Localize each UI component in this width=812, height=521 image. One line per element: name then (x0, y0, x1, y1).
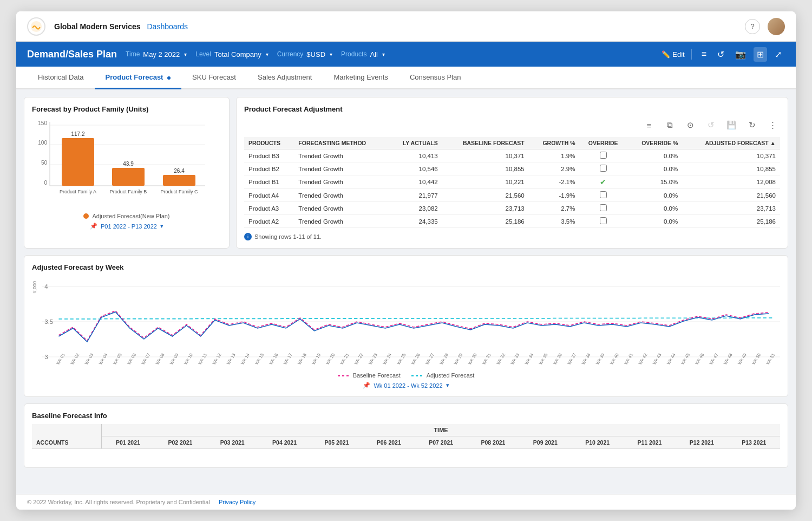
tab-product-forecast[interactable]: Product Forecast (95, 67, 182, 89)
forecast-panel-toolbar: ≡ ⧉ ⊙ ↺ 💾 ↻ ⋮ (244, 118, 780, 133)
time-period-header: P05 2021 (311, 437, 363, 449)
bar-product-family-b[interactable] (112, 168, 145, 186)
bar-product-family-c[interactable] (163, 175, 195, 186)
cell-override[interactable]: ✔ (579, 175, 626, 189)
cell-ly-actuals: 24,335 (388, 215, 442, 228)
undo-toolbar-icon[interactable]: ↺ (703, 118, 718, 133)
expand-icon-btn[interactable]: ⤢ (771, 47, 785, 62)
cell-override[interactable] (579, 228, 626, 230)
svg-text:Wk 06: Wk 06 (126, 353, 137, 366)
dashboards-link[interactable]: Dashboards (147, 22, 188, 31)
svg-text:50: 50 (41, 160, 48, 166)
override-checkbox[interactable] (600, 217, 607, 224)
baseline-empty-row (32, 449, 780, 460)
override-checkbox[interactable] (600, 191, 607, 198)
cell-product: Product A4 (244, 189, 294, 202)
cell-product: Product A1 (244, 228, 294, 230)
bar-chart-panel: Forecast by Product Family (Units) 150 1… (24, 97, 230, 249)
cell-override[interactable] (579, 162, 626, 175)
svg-text:Product Family A: Product Family A (60, 189, 96, 194)
cell-method: Trended Growth (294, 228, 388, 230)
user-avatar[interactable] (768, 18, 785, 35)
svg-text:100: 100 (38, 140, 47, 146)
tab-historical-data[interactable]: Historical Data (27, 67, 95, 89)
col-adjusted: ADJUSTED FORECAST ▲ (682, 137, 780, 149)
more-toolbar-icon[interactable]: ⋮ (765, 118, 780, 133)
svg-text:Wk 13: Wk 13 (226, 353, 237, 366)
bar-chart-time-range[interactable]: 📌 P01 2022 - P13 2022 ▾ (32, 223, 221, 230)
currency-chevron-icon: ▾ (330, 51, 332, 57)
cell-override[interactable] (579, 149, 626, 162)
svg-text:Wk 34: Wk 34 (524, 353, 535, 366)
bar-chart-title: Forecast by Product Family (Units) (32, 105, 221, 113)
time-period-header: P08 2021 (467, 437, 519, 449)
col-method: FORECASTING METHOD (294, 137, 388, 149)
svg-text:Wk 24: Wk 24 (382, 353, 393, 366)
time-label: Time (126, 50, 140, 58)
grid-icon-btn[interactable]: ⊞ (754, 47, 767, 62)
copy-toolbar-icon[interactable]: ⧉ (662, 118, 677, 133)
tab-marketing-events[interactable]: Marketing Events (323, 67, 398, 89)
line-chart-time-range[interactable]: 📌 Wk 01 2022 - Wk 52 2022 ▾ (32, 382, 780, 389)
svg-text:Wk 49: Wk 49 (737, 353, 748, 366)
currency-filter[interactable]: Currency $USD ▾ (277, 50, 332, 58)
svg-text:Wk 46: Wk 46 (695, 353, 705, 366)
time-period-header: P06 2021 (363, 437, 415, 449)
line-time-range-value: Wk 01 2022 - Wk 52 2022 (374, 382, 442, 389)
cell-method: Trended Growth (294, 175, 388, 189)
svg-text:Wk 01: Wk 01 (55, 353, 66, 366)
cell-override-pct: 0.0% (627, 215, 682, 228)
svg-text:Wk 19: Wk 19 (311, 353, 322, 366)
help-icon[interactable]: ? (745, 19, 760, 34)
cell-adjusted: 10,371 (682, 149, 780, 162)
cell-override[interactable] (579, 202, 626, 215)
time-period-header: P13 2021 (728, 437, 781, 449)
products-value: All (370, 50, 377, 58)
bar-legend-label: Adjusted Forecast(New Plan) (92, 213, 169, 219)
tab-consensus-plan[interactable]: Consensus Plan (399, 67, 472, 89)
cell-override[interactable] (579, 215, 626, 228)
settings-toolbar-icon[interactable]: ⊙ (683, 118, 698, 133)
cell-override-pct: 0.0% (627, 162, 682, 175)
filter-icon-btn[interactable]: ≡ (698, 47, 710, 61)
top-navigation: Global Modern Services Dashboards ? (16, 11, 796, 42)
cell-baseline: 10,221 (442, 175, 529, 189)
override-checkbox[interactable] (600, 165, 607, 172)
filter-toolbar-icon[interactable]: ≡ (641, 118, 657, 133)
currency-label: Currency (277, 50, 304, 58)
col-products: PRODUCTS (244, 137, 294, 149)
override-checkbox[interactable] (600, 204, 607, 211)
table-row: Product A4 Trended Growth 21,977 21,560 … (244, 189, 780, 202)
refresh-toolbar-icon[interactable]: ↻ (744, 118, 759, 133)
camera-icon-btn[interactable]: 📷 (732, 47, 749, 62)
refresh-icon-btn[interactable]: ↺ (714, 47, 728, 62)
save-toolbar-icon[interactable]: 💾 (724, 118, 739, 133)
tab-sales-adjustment[interactable]: Sales Adjustment (247, 67, 323, 89)
line-chart-title: Adjusted Forecast by Week (32, 263, 780, 271)
products-filter[interactable]: Products All ▾ (341, 50, 385, 58)
edit-button[interactable]: ✏️ Edit (662, 50, 684, 58)
level-value: Total Company (214, 50, 261, 58)
time-filter[interactable]: Time May 2 2022 ▾ (126, 50, 187, 58)
adjusted-legend-label: Adjusted Forecast (427, 372, 475, 379)
baseline-legend-label: Baseline Forecast (353, 372, 401, 379)
table-row: Product A2 Trended Growth 24,335 25,186 … (244, 215, 780, 228)
time-period-header: P07 2021 (415, 437, 467, 449)
tab-sku-forecast[interactable]: SKU Forecast (181, 67, 247, 89)
override-checkbox[interactable] (600, 152, 607, 159)
level-filter[interactable]: Level Total Company ▾ (195, 50, 268, 58)
cell-product: Product B1 (244, 175, 294, 189)
cell-baseline: 46,742 (442, 228, 529, 230)
svg-text:Wk 37: Wk 37 (567, 353, 578, 366)
col-growth: GROWTH % (529, 137, 580, 149)
currency-value: $USD (306, 50, 325, 58)
baseline-table: ACCOUNTS TIME P01 2021P02 2021P03 2021P0… (32, 424, 780, 460)
svg-text:Wk 40: Wk 40 (609, 353, 620, 366)
cell-growth: 3.5% (529, 215, 580, 228)
cell-override[interactable] (579, 189, 626, 202)
cell-product: Product A3 (244, 202, 294, 215)
svg-text:Wk 25: Wk 25 (396, 353, 407, 366)
privacy-policy-link[interactable]: Privacy Policy (219, 499, 256, 505)
svg-text:0: 0 (44, 180, 47, 186)
bar-product-family-a[interactable] (62, 138, 94, 186)
